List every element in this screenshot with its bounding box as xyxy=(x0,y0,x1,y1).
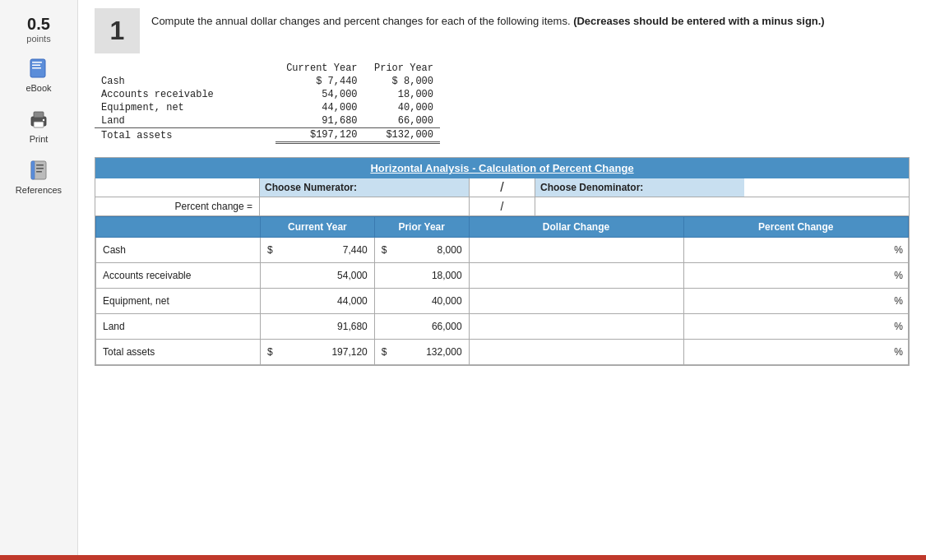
th-dollar-change: Dollar Change xyxy=(469,217,683,238)
ref-row-land: Land 91,680 66,000 xyxy=(95,114,440,128)
input-dollar-1[interactable] xyxy=(470,266,683,285)
input-pct-4[interactable] xyxy=(707,343,901,361)
print-label: Print xyxy=(30,134,49,144)
input-dollar-0[interactable] xyxy=(470,241,683,259)
pct-denominator-input[interactable] xyxy=(539,199,741,214)
formula-remainder-empty xyxy=(744,178,909,197)
input-dollar-3[interactable] xyxy=(470,317,683,336)
row-prior-3: 66,000 xyxy=(374,314,469,340)
choose-denominator-label: Choose Denominator: xyxy=(540,182,643,193)
pct-slash: / xyxy=(470,197,535,215)
ref-label-ar: Accounts receivable xyxy=(95,88,275,101)
ref-row-ar: Accounts receivable 54,000 18,000 xyxy=(95,88,440,101)
ref-label-total: Total assets xyxy=(95,128,275,143)
ref-prior-cash: $ 8,000 xyxy=(364,75,440,88)
input-pct-3[interactable] xyxy=(707,317,901,336)
ref-row-cash: Cash $ 7,440 $ 8,000 xyxy=(95,75,440,88)
ref-prior-equip: 40,000 xyxy=(364,101,440,114)
ref-prior-ar: 18,000 xyxy=(364,88,440,101)
bottom-bar xyxy=(0,555,926,560)
data-row-0: Cash$ 7,440$ 8,000% xyxy=(96,238,909,263)
question-instruction: Compute the annual dollar changes and pe… xyxy=(151,8,825,30)
ref-label-cash: Cash xyxy=(95,75,275,88)
input-pct-0[interactable] xyxy=(707,241,901,259)
question-bold-note: (Decreases should be entered with a minu… xyxy=(573,15,825,27)
formula-div-symbol: / xyxy=(470,178,535,197)
row-current-0: $ 7,440 xyxy=(261,238,375,263)
pct-denominator-input-cell[interactable] xyxy=(535,197,744,215)
row-dollar-change-1[interactable] xyxy=(469,263,683,289)
main-content: 1 Compute the annual dollar changes and … xyxy=(78,0,926,560)
ref-label-land: Land xyxy=(95,114,275,128)
ref-header-current: Current Year xyxy=(275,62,364,75)
th-current-year: Current Year xyxy=(261,217,375,238)
svg-rect-1 xyxy=(32,62,42,63)
row-pct-change-0[interactable]: % xyxy=(683,238,908,263)
ref-current-cash: $ 7,440 xyxy=(275,75,364,88)
data-row-3: Land91,68066,000% xyxy=(96,314,909,340)
svg-rect-2 xyxy=(32,65,40,67)
row-current-3: 91,680 xyxy=(261,314,375,340)
input-pct-2[interactable] xyxy=(707,292,901,310)
input-dollar-4[interactable] xyxy=(470,343,683,361)
row-current-1: 54,000 xyxy=(261,263,375,289)
formula-label-empty xyxy=(95,178,260,197)
ref-total-current: $197,120 xyxy=(275,128,364,143)
th-empty xyxy=(96,217,261,238)
row-label-3: Land xyxy=(96,314,261,340)
svg-rect-3 xyxy=(32,67,41,69)
pct-formula-label: Percent change = xyxy=(95,197,260,215)
svg-rect-12 xyxy=(36,171,42,173)
data-table-header-row: Current Year Prior Year Dollar Change Pe… xyxy=(96,217,909,238)
sidebar-item-references[interactable]: References xyxy=(0,149,77,200)
row-prior-0: $ 8,000 xyxy=(374,238,469,263)
row-prior-1: 18,000 xyxy=(374,263,469,289)
row-pct-change-2[interactable]: % xyxy=(683,289,908,314)
sidebar-item-ebook[interactable]: eBook xyxy=(0,47,77,98)
row-prior-4: $ 132,000 xyxy=(374,340,469,365)
row-prior-2: 40,000 xyxy=(374,289,469,314)
question-number-text: 1 xyxy=(110,16,125,46)
row-label-4: Total assets xyxy=(96,340,261,365)
row-dollar-change-0[interactable] xyxy=(469,238,683,263)
th-pct-change: Percent Change xyxy=(683,217,908,238)
score-value: 0.5 xyxy=(26,15,50,34)
print-icon xyxy=(25,106,52,132)
sidebar-item-print[interactable]: Print xyxy=(0,98,77,149)
ref-total-prior: $132,000 xyxy=(364,128,440,143)
formula-choose-row: Choose Numerator: / Choose Denominator: xyxy=(95,178,909,197)
ref-row-total: Total assets $197,120 $132,000 xyxy=(95,128,440,143)
row-dollar-change-4[interactable] xyxy=(469,340,683,365)
ref-current-land: 91,680 xyxy=(275,114,364,128)
analysis-section: Horizontal Analysis - Calculation of Per… xyxy=(95,157,910,366)
svg-rect-11 xyxy=(36,168,44,169)
question-number-box: 1 xyxy=(95,8,140,53)
score-display: 0.5 points xyxy=(26,8,50,47)
pct-sign-2: % xyxy=(894,295,903,307)
svg-rect-6 xyxy=(34,122,44,127)
svg-point-7 xyxy=(43,119,44,121)
th-prior-year: Prior Year xyxy=(374,217,469,238)
formula-numerator-cell: Choose Numerator: xyxy=(260,178,470,197)
row-pct-change-4[interactable]: % xyxy=(683,340,908,365)
pct-numerator-input[interactable] xyxy=(263,199,465,214)
references-label: References xyxy=(16,185,62,195)
references-icon xyxy=(25,157,52,183)
row-label-2: Equipment, net xyxy=(96,289,261,314)
svg-rect-10 xyxy=(36,164,44,166)
input-pct-1[interactable] xyxy=(707,266,901,285)
row-pct-change-3[interactable]: % xyxy=(683,314,908,340)
svg-rect-5 xyxy=(34,112,44,118)
data-table: Current Year Prior Year Dollar Change Pe… xyxy=(95,216,909,365)
sidebar: 0.5 points eBook xyxy=(0,0,78,560)
data-row-1: Accounts receivable54,00018,000% xyxy=(96,263,909,289)
pct-numerator-input-cell[interactable] xyxy=(260,197,470,215)
row-dollar-change-2[interactable] xyxy=(469,289,683,314)
input-dollar-2[interactable] xyxy=(470,292,683,310)
ebook-icon xyxy=(25,55,52,81)
pct-sign-4: % xyxy=(894,346,903,358)
row-dollar-change-3[interactable] xyxy=(469,314,683,340)
row-pct-change-1[interactable]: % xyxy=(683,263,908,289)
ebook-label: eBook xyxy=(25,83,51,93)
pct-sign-0: % xyxy=(894,244,903,256)
